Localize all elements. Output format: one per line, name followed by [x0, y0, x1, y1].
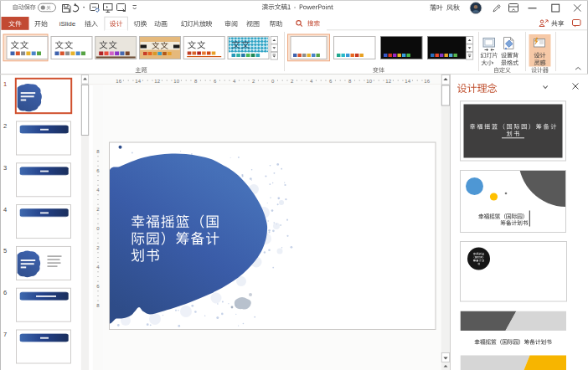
svg-text:12: 12	[385, 79, 391, 84]
svg-text:6: 6	[3, 289, 7, 296]
svg-text:1: 1	[3, 80, 7, 88]
svg-text:2: 2	[3, 122, 7, 130]
svg-text:14: 14	[135, 79, 141, 84]
svg-text:5: 5	[3, 247, 7, 254]
svg-text:16: 16	[424, 79, 430, 84]
svg-text:16: 16	[116, 79, 121, 84]
svg-text:12: 12	[154, 79, 160, 84]
svg-text:14: 14	[405, 79, 410, 84]
svg-text:7: 7	[3, 331, 7, 338]
svg-text:10: 10	[366, 79, 372, 84]
svg-text:4: 4	[3, 206, 7, 213]
svg-text:iSlide: iSlide	[59, 20, 76, 28]
svg-text:10: 10	[173, 79, 179, 84]
svg-text:3: 3	[3, 164, 7, 172]
